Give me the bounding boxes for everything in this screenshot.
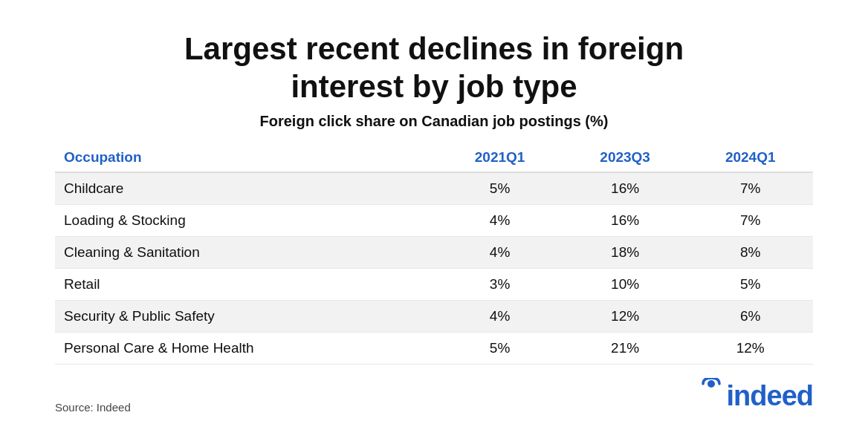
cell-q1_2024: 6% xyxy=(687,300,813,332)
source-text: Source: Indeed xyxy=(55,401,131,414)
cell-q1_2024: 7% xyxy=(687,172,813,205)
cell-q1_2021: 4% xyxy=(437,204,563,236)
cell-q1_2024: 7% xyxy=(687,204,813,236)
footer: Source: Indeed indeed xyxy=(55,378,813,414)
cell-occupation: Cleaning & Sanitation xyxy=(55,236,437,268)
table-header-row: Occupation 2021Q1 2023Q3 2024Q1 xyxy=(55,143,813,172)
subtitle: Foreign click share on Canadian job post… xyxy=(55,113,813,130)
main-title: Largest recent declines in foreign inter… xyxy=(55,30,813,105)
cell-q3_2023: 18% xyxy=(563,236,688,268)
cell-occupation: Loading & Stocking xyxy=(55,204,437,236)
cell-q3_2023: 12% xyxy=(563,300,688,332)
data-table: Occupation 2021Q1 2023Q3 2024Q1 Childcar… xyxy=(55,143,813,365)
cell-q1_2024: 12% xyxy=(687,332,813,364)
indeed-logo: indeed xyxy=(696,378,813,414)
cell-occupation: Retail xyxy=(55,268,437,300)
cell-q1_2021: 5% xyxy=(437,332,563,364)
col-header-2023q3: 2023Q3 xyxy=(563,143,688,172)
col-header-2021q1: 2021Q1 xyxy=(437,143,563,172)
col-header-occupation: Occupation xyxy=(55,143,437,172)
indeed-logo-text: indeed xyxy=(727,382,813,410)
cell-occupation: Childcare xyxy=(55,172,437,205)
cell-occupation: Security & Public Safety xyxy=(55,300,437,332)
table-row: Security & Public Safety4%12%6% xyxy=(55,300,813,332)
page-container: Largest recent declines in foreign inter… xyxy=(25,16,843,428)
cell-q1_2021: 4% xyxy=(437,300,563,332)
cell-q1_2024: 5% xyxy=(687,268,813,300)
cell-q3_2023: 16% xyxy=(563,204,688,236)
table-row: Retail3%10%5% xyxy=(55,268,813,300)
indeed-logo-icon xyxy=(696,378,727,414)
table-row: Childcare5%16%7% xyxy=(55,172,813,205)
cell-occupation: Personal Care & Home Health xyxy=(55,332,437,364)
cell-q1_2024: 8% xyxy=(687,236,813,268)
cell-q3_2023: 16% xyxy=(563,172,688,205)
cell-q3_2023: 21% xyxy=(563,332,688,364)
cell-q3_2023: 10% xyxy=(563,268,688,300)
table-row: Loading & Stocking4%16%7% xyxy=(55,204,813,236)
svg-point-0 xyxy=(707,380,715,388)
cell-q1_2021: 4% xyxy=(437,236,563,268)
cell-q1_2021: 5% xyxy=(437,172,563,205)
table-row: Cleaning & Sanitation4%18%8% xyxy=(55,236,813,268)
col-header-2024q1: 2024Q1 xyxy=(687,143,813,172)
table-row: Personal Care & Home Health5%21%12% xyxy=(55,332,813,364)
cell-q1_2021: 3% xyxy=(437,268,563,300)
